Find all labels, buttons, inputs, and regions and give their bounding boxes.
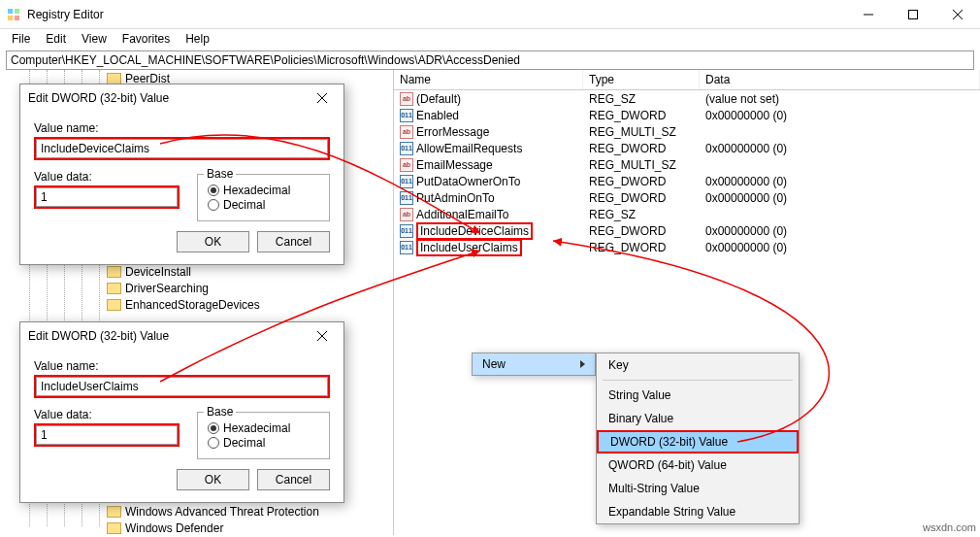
ok-button[interactable]: OK: [177, 231, 249, 252]
value-data-input[interactable]: [36, 187, 178, 207]
menu-separator: [603, 380, 793, 381]
close-icon[interactable]: [301, 84, 343, 112]
context-menu-item-string[interactable]: String Value: [597, 384, 799, 407]
dword-value-icon: 011: [400, 175, 413, 188]
cancel-button[interactable]: Cancel: [257, 469, 330, 490]
folder-icon: [107, 506, 121, 518]
radio-icon: [208, 437, 219, 449]
value-data: [700, 162, 980, 168]
tree-item[interactable]: DriverSearching: [107, 282, 209, 295]
context-menu-item-dword[interactable]: DWORD (32-bit) Value: [597, 430, 799, 453]
folder-icon: [107, 266, 121, 278]
menu-file[interactable]: File: [4, 31, 38, 47]
base-groupbox: Base Hexadecimal Decimal: [197, 412, 330, 459]
menu-edit[interactable]: Edit: [38, 31, 74, 47]
context-menu-new[interactable]: New: [472, 352, 596, 376]
context-menu-item-binary[interactable]: Binary Value: [597, 407, 799, 430]
value-name-label: Value name:: [34, 359, 330, 373]
dialog-titlebar[interactable]: Edit DWORD (32-bit) Value: [20, 84, 343, 112]
value-name: ErrorMessage: [416, 125, 489, 139]
list-body[interactable]: ab(Default)REG_SZ(value not set)011Enabl…: [394, 90, 980, 255]
context-menu-item-key[interactable]: Key: [597, 353, 799, 377]
value-name-input[interactable]: [36, 377, 328, 396]
value-data-label: Value data:: [34, 408, 180, 421]
table-row[interactable]: 011AllowEmailRequestsREG_DWORD0x00000000…: [394, 140, 980, 156]
context-menu-item-qword[interactable]: QWORD (64-bit) Value: [597, 453, 799, 477]
value-name-label: Value name:: [34, 121, 330, 135]
table-row[interactable]: 011EnabledREG_DWORD0x00000000 (0): [394, 107, 980, 123]
dialog-titlebar[interactable]: Edit DWORD (32-bit) Value: [20, 322, 343, 350]
window-controls: [846, 0, 980, 29]
value-type: REG_DWORD: [583, 238, 700, 257]
table-row[interactable]: 011PutAdminOnToREG_DWORD0x00000000 (0): [394, 189, 980, 206]
menubar: File Edit View Favorites Help: [0, 29, 980, 49]
context-menu-item-new[interactable]: New: [473, 353, 595, 375]
dialog-title: Edit DWORD (32-bit) Value: [28, 91, 169, 105]
svg-rect-2: [8, 16, 13, 20]
maximize-button[interactable]: [891, 0, 935, 29]
svg-rect-1: [15, 9, 19, 14]
titlebar: Registry Editor: [0, 0, 980, 29]
value-data: 0x00000000 (0): [700, 188, 980, 208]
tree-item[interactable]: Windows Defender: [107, 521, 223, 535]
column-name[interactable]: Name: [394, 70, 583, 89]
context-menu-item-multistring[interactable]: Multi-String Value: [597, 477, 799, 500]
value-data-input[interactable]: [36, 425, 178, 445]
list-header[interactable]: Name Type Data: [394, 70, 980, 90]
string-value-icon: ab: [400, 125, 413, 139]
tree-item[interactable]: Windows Advanced Threat Protection: [107, 505, 319, 519]
string-value-icon: ab: [400, 158, 413, 172]
radio-dec[interactable]: Decimal: [208, 198, 319, 212]
table-row[interactable]: abErrorMessageREG_MULTI_SZ: [394, 123, 980, 140]
svg-rect-5: [909, 10, 918, 18]
value-name-input[interactable]: [36, 139, 328, 158]
menu-favorites[interactable]: Favorites: [114, 31, 178, 47]
context-menu-item-expandstring[interactable]: Expandable String Value: [597, 500, 799, 523]
minimize-button[interactable]: [846, 0, 891, 29]
svg-rect-3: [15, 16, 19, 20]
table-row[interactable]: abAdditionalEmailToREG_SZ: [394, 206, 980, 222]
dialog-title: Edit DWORD (32-bit) Value: [28, 329, 169, 343]
radio-hex[interactable]: Hexadecimal: [208, 184, 319, 197]
close-icon[interactable]: [301, 322, 343, 350]
table-row[interactable]: 011PutDataOwnerOnToREG_DWORD0x00000000 (…: [394, 173, 980, 189]
tree-item[interactable]: EnhancedStorageDevices: [107, 298, 260, 312]
context-submenu[interactable]: Key String Value Binary Value DWORD (32-…: [596, 352, 800, 524]
dword-value-icon: 011: [400, 241, 413, 254]
column-type[interactable]: Type: [583, 70, 700, 89]
value-name: AllowEmailRequests: [416, 142, 522, 155]
value-name: EmailMessage: [416, 158, 493, 172]
menu-help[interactable]: Help: [178, 31, 217, 47]
addressbar[interactable]: Computer\HKEY_LOCAL_MACHINE\SOFTWARE\Pol…: [6, 50, 974, 70]
column-data[interactable]: Data: [700, 70, 980, 89]
dword-value-icon: 011: [400, 109, 413, 122]
value-name: IncludeUserClaims: [416, 239, 522, 256]
radio-hex[interactable]: Hexadecimal: [208, 421, 319, 435]
menu-view[interactable]: View: [74, 31, 114, 47]
close-button[interactable]: [935, 0, 980, 29]
radio-icon: [208, 422, 219, 434]
window-title: Registry Editor: [27, 8, 846, 21]
value-name: IncludeDeviceClaims: [416, 222, 533, 240]
value-data: 0x00000000 (0): [700, 238, 980, 257]
cancel-button[interactable]: Cancel: [257, 231, 330, 252]
value-data: [700, 212, 980, 218]
chevron-right-icon: [580, 360, 585, 368]
base-legend: Base: [204, 167, 236, 181]
table-row[interactable]: 011IncludeUserClaimsREG_DWORD0x00000000 …: [394, 239, 980, 255]
folder-icon: [107, 522, 121, 534]
edit-dword-dialog-2: Edit DWORD (32-bit) Value Value name: Va…: [19, 321, 344, 503]
radio-dec[interactable]: Decimal: [208, 436, 319, 450]
watermark: wsxdn.com: [923, 521, 976, 533]
table-row[interactable]: ab(Default)REG_SZ(value not set): [394, 90, 980, 107]
table-row[interactable]: abEmailMessageREG_MULTI_SZ: [394, 156, 980, 173]
tree-item[interactable]: DeviceInstall: [107, 265, 191, 279]
radio-icon: [208, 185, 219, 196]
value-name: Enabled: [416, 109, 459, 122]
addressbar-path: Computer\HKEY_LOCAL_MACHINE\SOFTWARE\Pol…: [11, 53, 520, 67]
base-groupbox: Base Hexadecimal Decimal: [197, 174, 330, 221]
table-row[interactable]: 011IncludeDeviceClaimsREG_DWORD0x0000000…: [394, 222, 980, 239]
value-name: PutAdminOnTo: [416, 191, 495, 205]
app-icon: [6, 7, 21, 22]
ok-button[interactable]: OK: [177, 469, 249, 490]
